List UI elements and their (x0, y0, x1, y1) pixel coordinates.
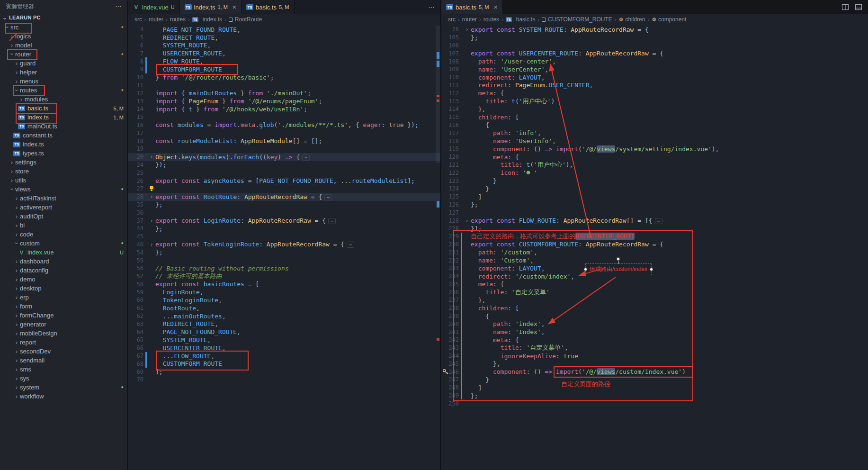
code-line-60[interactable]: 60 TokenLoginRoute, (128, 296, 440, 304)
code-line-111[interactable]: 111 redirect: PageEnum.USER_CENTER, (441, 81, 868, 90)
breadcrumb-item-router[interactable]: router (462, 16, 477, 23)
code-line-116[interactable]: 116 { (441, 121, 868, 129)
code-line-11[interactable]: 11 (128, 81, 440, 90)
tree-item-router[interactable]: ›router● (0, 50, 127, 59)
tree-item-routes[interactable]: ›routes● (0, 86, 127, 95)
tree-item-sms[interactable]: ›sms (0, 365, 127, 374)
tree-item-helper[interactable]: ›helper (0, 68, 127, 77)
code-line-231[interactable]: 231 path: '/custom', (441, 248, 868, 256)
code-line-108[interactable]: 108 path: '/user-center', (441, 57, 868, 65)
code-line-128[interactable]: 128›export const FLOW_ROUTE: AppRouteRec… (441, 217, 868, 225)
code-line-4[interactable]: 4 PAGE_NOT_FOUND_ROUTE, (128, 26, 440, 34)
code-line-243[interactable]: 243 title: '自定义菜单', (441, 344, 868, 352)
tree-item-mobileDesign[interactable]: ›mobileDesign (0, 329, 127, 338)
code-line-68[interactable]: 68 CUSTOMFORM_ROUTE (128, 360, 440, 368)
code-line-237[interactable]: 237 }, (441, 296, 868, 304)
tree-item-bi[interactable]: ›bi (0, 221, 127, 230)
code-line-6[interactable]: 6 SYSTEM_ROUTE, (128, 42, 440, 50)
tree-item-demo[interactable]: ›demo (0, 275, 127, 284)
code-line-59[interactable]: 59 LoginRoute, (128, 288, 440, 296)
tree-item-erp[interactable]: ›erp (0, 293, 127, 302)
code-line-127[interactable]: 127 (441, 208, 868, 217)
code-line-12[interactable]: 12import { mainOutRoutes } from './mainO… (128, 89, 440, 97)
code-line-26[interactable]: 26export const asyncRoutes = [PAGE_NOT_F… (128, 177, 440, 185)
code-line-44[interactable]: 44}; (128, 225, 440, 233)
code-line-70[interactable]: 70 (128, 376, 440, 384)
tree-item-constant.ts[interactable]: TSconstant.ts (0, 131, 127, 140)
code-line-25[interactable]: 25 (128, 169, 440, 177)
code-line-122[interactable]: 122 icon: '☻ ' (441, 169, 868, 177)
tab-index.ts[interactable]: TSindex.ts1, M× (180, 0, 242, 14)
code-line-105[interactable]: 105}; (441, 34, 868, 42)
code-line-7[interactable]: 7 USERCENTER_ROUTE, (128, 49, 440, 57)
code-line-45[interactable]: 45 (128, 233, 440, 241)
code-line-125[interactable]: 125 ] (441, 193, 868, 201)
fold-chevron-icon[interactable]: › (463, 27, 471, 32)
code-line-126[interactable]: 126}; (441, 201, 868, 209)
code-line-106[interactable]: 106 (441, 42, 868, 50)
tab-basic.ts[interactable]: TSbasic.ts5, M (242, 0, 294, 14)
tree-item-utils[interactable]: ›utils (0, 176, 127, 185)
tree-item-settings[interactable]: ›settings (0, 158, 127, 167)
code-line-250[interactable]: 250 (441, 399, 868, 407)
breadcrumb-item-children[interactable]: ⚙children (619, 16, 645, 23)
code-line-27[interactable]: 27 (128, 185, 440, 193)
code-line-24[interactable]: 24}); (128, 161, 440, 169)
tree-item-types.ts[interactable]: TStypes.ts (0, 149, 127, 158)
code-line-76[interactable]: 76›export const SYSTEM_ROUTE: AppRouteRe… (441, 26, 868, 34)
code-line-10[interactable]: 10} from '/@/router/routes/basic'; (128, 73, 440, 81)
code-line-249[interactable]: 249}; (441, 392, 868, 400)
more-actions-icon[interactable]: ⋯ (115, 2, 122, 10)
resize-handle-left[interactable] (584, 268, 587, 271)
code-line-62[interactable]: 62 ...mainOutRoutes, (128, 312, 440, 320)
code-line-240[interactable]: 240 path: 'index', (441, 320, 868, 328)
code-line-57[interactable]: 57// 未经许可的基本路由 (128, 272, 440, 280)
split-editor-icon[interactable] (841, 3, 849, 11)
code-line-8[interactable]: 8 FLOW_ROUTE, (128, 57, 440, 65)
tree-item-mainOut.ts[interactable]: TSmainOut.ts (0, 122, 127, 131)
code-line-54[interactable]: 54}; (128, 248, 440, 256)
code-line-20[interactable]: 20›Object.keys(modules).forEach((key) =>… (128, 153, 440, 161)
tree-item-logics[interactable]: ›logics (0, 32, 127, 41)
code-line-35[interactable]: 35}; (128, 201, 440, 209)
tree-item-custom[interactable]: ›custom● (0, 239, 127, 248)
tree-item-report[interactable]: ›report (0, 338, 127, 347)
code-line-64[interactable]: 64 PAGE_NOT_FOUND_ROUTE, (128, 328, 440, 336)
breadcrumb-item-router[interactable]: router (149, 16, 163, 23)
tree-item-index.ts[interactable]: TSindex.ts (0, 140, 127, 149)
code-line-238[interactable]: 238 children: [ (441, 304, 868, 312)
breadcrumb-item-basic.ts[interactable]: TSbasic.ts (506, 16, 536, 23)
code-line-228[interactable]: 228}]; (441, 225, 868, 233)
code-line-15[interactable]: 15 (128, 113, 440, 121)
tree-item-system[interactable]: ›system● (0, 383, 127, 392)
breadcrumb-item-src[interactable]: src (448, 16, 456, 23)
tree-item-views[interactable]: ›views● (0, 185, 127, 194)
code-line-121[interactable]: 121 title: t('用户中心'), (441, 161, 868, 169)
code-line-119[interactable]: 119 component: () => import('/@/views/sy… (441, 145, 868, 153)
code-line-247[interactable]: 247 } (441, 376, 868, 384)
rotate-handle[interactable] (617, 257, 620, 261)
tree-item-actHiTaskinst[interactable]: ›actHiTaskinst (0, 194, 127, 203)
tab-index.vue[interactable]: Vindex.vueU (128, 0, 180, 14)
code-line-236[interactable]: 236 title: '自定义菜单' (441, 288, 868, 296)
tree-item-generator[interactable]: ›generator (0, 320, 127, 329)
code-line-66[interactable]: 66 USERCENTER_ROUTE, (128, 344, 440, 352)
tree-item-form[interactable]: ›form (0, 302, 127, 311)
annotation-textbox[interactable]: 组成路由/custom/index (585, 263, 652, 275)
fold-chevron-icon[interactable]: › (463, 218, 471, 224)
tab-basic.ts[interactable]: TSbasic.ts5, M× (441, 0, 503, 14)
code-line-109[interactable]: 109 name: 'UserCenter', (441, 65, 868, 73)
code-line-14[interactable]: 14import { t } from '/@/hooks/web/useI18… (128, 105, 440, 113)
code-line-229[interactable]: 229自己定义的路由，格式可以参考上面的USERCENTER_ROUTE (441, 233, 868, 241)
fold-chevron-icon[interactable]: › (148, 154, 155, 160)
tree-item-formChange[interactable]: ›formChange (0, 311, 127, 320)
code-line-232[interactable]: 232 name: 'Custom', (441, 256, 868, 264)
editor-layout-icon[interactable] (855, 3, 862, 11)
code-line-36[interactable]: 36 (128, 208, 440, 217)
tree-item-src[interactable]: ›src● (0, 23, 127, 32)
code-line-112[interactable]: 112 meta: { (441, 89, 868, 97)
folded-code-ellipsis[interactable]: ⋯ (347, 242, 354, 248)
code-line-13[interactable]: 13import { PageEnum } from '/@/enums/pag… (128, 97, 440, 105)
breadcrumb-item-routes[interactable]: routes (170, 16, 186, 23)
code-line-235[interactable]: 235 meta: { (441, 280, 868, 289)
